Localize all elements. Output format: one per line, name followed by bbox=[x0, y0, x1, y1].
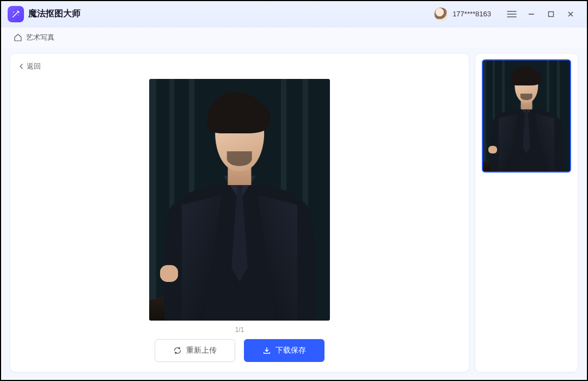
content-area: 返回 1/1 bbox=[1, 48, 587, 380]
user-phone: 177****8163 bbox=[452, 10, 491, 18]
avatar[interactable] bbox=[434, 7, 448, 21]
menu-button[interactable] bbox=[502, 4, 522, 24]
svg-rect-2 bbox=[549, 11, 554, 16]
hamburger-icon bbox=[507, 10, 517, 18]
svg-point-1 bbox=[18, 14, 19, 15]
maximize-icon bbox=[547, 10, 555, 18]
titlebar: 魔法抠图大师 177****8163 bbox=[1, 1, 587, 27]
maximize-button[interactable] bbox=[541, 4, 561, 24]
reupload-label: 重新上传 bbox=[186, 346, 217, 355]
back-label: 返回 bbox=[27, 62, 41, 71]
page-indicator: 1/1 bbox=[10, 323, 469, 336]
refresh-icon bbox=[173, 346, 182, 355]
result-image[interactable] bbox=[149, 79, 330, 321]
app-title: 魔法抠图大师 bbox=[28, 8, 81, 20]
chevron-left-icon bbox=[18, 63, 24, 70]
breadcrumb-label[interactable]: 艺术写真 bbox=[26, 33, 54, 42]
action-row: 重新上传 下载保存 bbox=[10, 336, 469, 372]
thumbnail-panel bbox=[475, 53, 578, 372]
download-button[interactable]: 下载保存 bbox=[244, 339, 324, 362]
preview-area bbox=[10, 71, 469, 323]
main-panel: 返回 1/1 bbox=[10, 53, 469, 372]
minimize-button[interactable] bbox=[522, 4, 541, 24]
breadcrumb-bar: 艺术写真 bbox=[1, 27, 587, 48]
home-icon bbox=[13, 33, 23, 42]
minimize-icon bbox=[528, 10, 535, 18]
app-logo bbox=[8, 6, 24, 22]
thumbnail-selected[interactable] bbox=[482, 59, 571, 173]
reupload-button[interactable]: 重新上传 bbox=[155, 339, 235, 362]
svg-point-0 bbox=[13, 11, 14, 13]
back-button[interactable]: 返回 bbox=[10, 54, 469, 71]
download-icon bbox=[262, 346, 271, 355]
close-button[interactable] bbox=[561, 4, 580, 24]
wand-icon bbox=[11, 9, 21, 19]
download-label: 下载保存 bbox=[275, 346, 306, 355]
close-icon bbox=[567, 10, 574, 18]
